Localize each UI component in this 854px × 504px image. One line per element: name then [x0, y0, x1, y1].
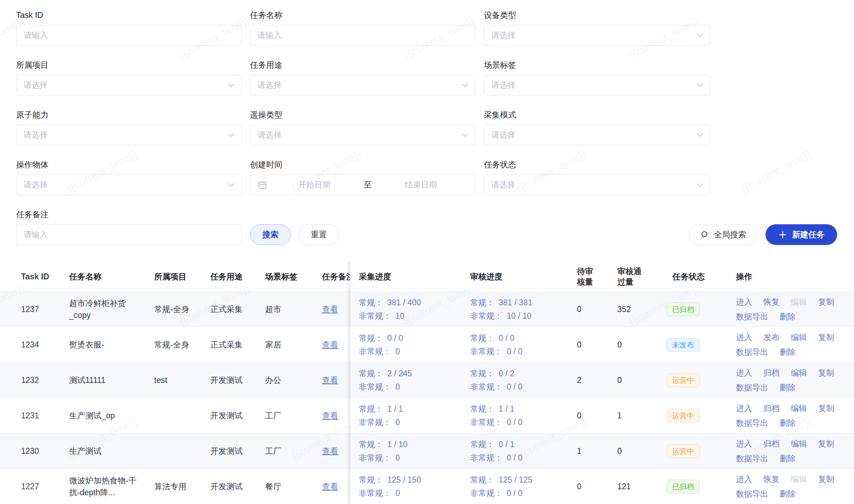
- cell-review-progress: 常规：0 / 2非常规：0 / 0: [467, 367, 572, 393]
- action-link-publish[interactable]: 发布: [763, 331, 780, 344]
- task-id-input[interactable]: 请输入: [16, 25, 242, 46]
- table-row: 1237超市冷鲜柜补货_copy常规-全身正式采集超市查看常规：381 / 40…: [0, 292, 854, 327]
- action-link-enter[interactable]: 进入: [736, 366, 752, 379]
- table-row: 1231生产测试_op开发测试工厂查看常规：1 / 1非常规：0常规：1 / 1…: [0, 398, 854, 433]
- calendar-icon: [257, 180, 267, 190]
- operate-object-select[interactable]: 请选择: [16, 174, 242, 195]
- global-search-button[interactable]: 全局搜索: [689, 224, 757, 245]
- action-link-copy[interactable]: 复制: [818, 331, 834, 344]
- action-link-export[interactable]: 数据导出: [736, 345, 768, 359]
- reset-button[interactable]: 重置: [298, 224, 339, 245]
- filter-field-task-remark: 任务备注 请输入: [16, 210, 242, 245]
- action-link-enter[interactable]: 进入: [736, 472, 752, 486]
- task-name-input[interactable]: 请输入: [250, 25, 475, 46]
- end-date-input[interactable]: 结束日期: [374, 179, 468, 190]
- cell-purpose: 正式采集: [210, 304, 265, 315]
- placeholder-text: 请输入: [24, 229, 48, 240]
- collect-mode-select[interactable]: 请选择: [484, 125, 710, 145]
- view-remark-link[interactable]: 查看: [322, 304, 338, 315]
- action-link-edit[interactable]: 编辑: [791, 366, 807, 379]
- action-link-enter[interactable]: 进入: [736, 331, 752, 344]
- action-link-copy[interactable]: 复制: [818, 366, 834, 379]
- placeholder-text: 请选择: [257, 130, 282, 140]
- action-link-delete[interactable]: 删除: [780, 416, 796, 430]
- cell-review-progress-lines: 常规：0 / 1非常规：0 / 0: [470, 438, 523, 464]
- start-date-input[interactable]: 开始日期: [267, 179, 362, 190]
- action-link-archive[interactable]: 归档: [763, 437, 780, 450]
- cell-collect-progress-lines: 常规：381 / 400非常规：10: [359, 296, 421, 323]
- regular-value: 381 / 400: [387, 298, 421, 307]
- irregular-value: 0 / 0: [507, 382, 523, 391]
- regular-line: 常规：0 / 0: [470, 331, 523, 345]
- regular-line: 常规：0 / 1: [470, 438, 523, 451]
- task-status-select[interactable]: 请选择: [484, 174, 710, 195]
- action-link-export[interactable]: 数据导出: [736, 416, 768, 430]
- action-link-delete[interactable]: 删除: [780, 452, 796, 465]
- action-link-export[interactable]: 数据导出: [736, 310, 768, 323]
- plus-icon: [778, 230, 787, 239]
- action-link-edit[interactable]: 编辑: [791, 402, 807, 415]
- create-time-range-input[interactable]: 开始日期 至 结束日期: [250, 174, 475, 195]
- cell-task-name: 微波炉加热食物-干扰-depth降...: [69, 475, 154, 498]
- action-link-delete[interactable]: 删除: [780, 487, 796, 500]
- table-header: Task ID 任务名称 所属项目 任务用途 场景标签 任务备注 采集进度 审核…: [0, 262, 854, 292]
- regular-line: 常规：2 / 245: [359, 367, 412, 380]
- action-link-edit[interactable]: 编辑: [791, 331, 807, 344]
- action-link-archive[interactable]: 归档: [763, 402, 780, 415]
- irregular-line: 非常规：10: [359, 309, 421, 323]
- action-link-copy[interactable]: 复制: [818, 437, 834, 450]
- cell-task-name: 生产测试: [69, 445, 154, 457]
- regular-label: 常规：: [470, 440, 494, 449]
- action-link-export[interactable]: 数据导出: [736, 452, 768, 465]
- action-link-copy[interactable]: 复制: [818, 402, 834, 415]
- header-actions: 操作: [734, 270, 854, 283]
- action-link-export[interactable]: 数据导出: [736, 381, 768, 394]
- view-remark-link[interactable]: 查看: [322, 446, 338, 457]
- chevron-down-icon: [697, 133, 703, 137]
- action-link-edit[interactable]: 编辑: [791, 437, 807, 450]
- action-link-restore[interactable]: 恢复: [763, 472, 780, 486]
- cell-purpose: 开发测试: [210, 446, 265, 457]
- regular-label: 常规：: [470, 404, 494, 413]
- cell-review-progress-lines: 常规：0 / 2非常规：0 / 0: [470, 367, 523, 393]
- action-link-copy[interactable]: 复制: [818, 472, 834, 486]
- purpose-select[interactable]: 请选择: [250, 75, 475, 95]
- atomic-ability-select[interactable]: 请选择: [16, 125, 242, 145]
- filter-label-create-time: 创建时间: [250, 160, 475, 170]
- scene-tag-select[interactable]: 请选择: [484, 75, 710, 95]
- cell-pending-count: 0: [572, 482, 615, 491]
- view-remark-link[interactable]: 查看: [322, 481, 338, 492]
- device-type-select[interactable]: 请选择: [484, 25, 710, 46]
- action-link-enter[interactable]: 进入: [736, 437, 752, 450]
- action-link-enter[interactable]: 进入: [736, 402, 752, 415]
- cell-review-progress-lines: 常规：381 / 381非常规：10 / 10: [470, 296, 532, 323]
- regular-label: 常规：: [359, 475, 383, 484]
- cell-task-remark: 查看: [322, 339, 350, 350]
- teleop-type-select[interactable]: 请选择: [250, 125, 475, 145]
- action-link-copy[interactable]: 复制: [818, 295, 834, 309]
- action-link-delete[interactable]: 删除: [780, 381, 796, 394]
- action-link-enter[interactable]: 进入: [736, 295, 752, 309]
- irregular-line: 非常规：0: [359, 380, 412, 393]
- irregular-label: 非常规：: [470, 311, 502, 320]
- cell-actions: 进入发布编辑复制数据导出删除: [734, 331, 854, 359]
- action-link-export[interactable]: 数据导出: [736, 487, 768, 500]
- placeholder-text: 请输入: [24, 30, 48, 41]
- search-button[interactable]: 搜索: [250, 224, 291, 245]
- task-remark-input[interactable]: 请输入: [16, 224, 242, 245]
- action-link-restore[interactable]: 恢复: [763, 295, 780, 309]
- action-link-archive[interactable]: 归档: [763, 366, 780, 379]
- project-select[interactable]: 请选择: [16, 75, 242, 95]
- create-task-button[interactable]: 新建任务: [766, 224, 837, 245]
- view-remark-link[interactable]: 查看: [322, 410, 338, 421]
- view-remark-link[interactable]: 查看: [322, 375, 338, 386]
- placeholder-text: 请选择: [491, 179, 515, 190]
- cell-task-remark: 查看: [322, 481, 350, 492]
- action-link-delete[interactable]: 删除: [780, 310, 796, 323]
- action-link-delete[interactable]: 删除: [780, 345, 796, 359]
- cell-task-id: 1232: [0, 376, 69, 385]
- regular-line: 常规：0 / 0: [359, 331, 403, 345]
- cell-collect-progress: 常规：2 / 245非常规：0: [350, 367, 467, 393]
- view-remark-link[interactable]: 查看: [322, 339, 338, 350]
- cell-task-name: 超市冷鲜柜补货_copy: [69, 297, 154, 321]
